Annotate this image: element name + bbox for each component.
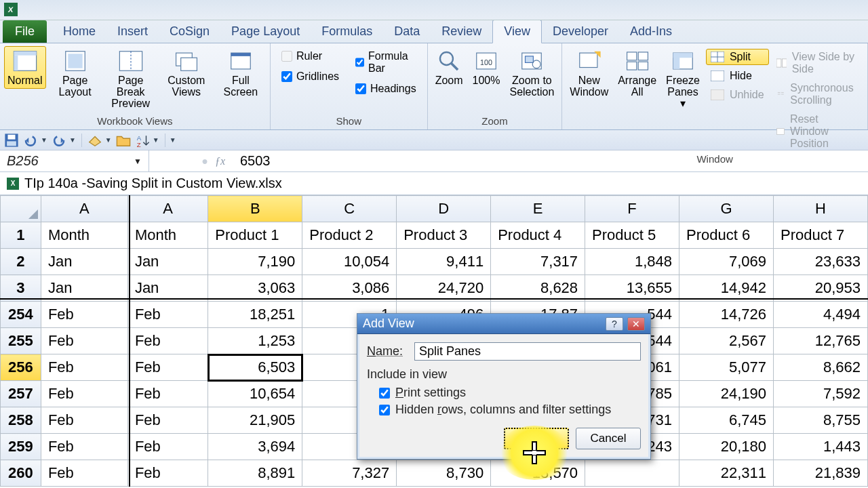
cell[interactable]: 7,069 xyxy=(679,249,774,275)
cell[interactable]: Product 7 xyxy=(774,222,868,249)
cell[interactable]: 2,567 xyxy=(679,328,774,354)
cell[interactable]: 21,839 xyxy=(774,460,868,487)
headings-checkbox[interactable]: Headings xyxy=(349,79,423,99)
chevron-down-icon[interactable]: ▼ xyxy=(134,157,142,166)
reset-pos-button[interactable]: Reset Window Position xyxy=(772,111,863,152)
cell[interactable]: 20,180 xyxy=(679,434,774,460)
page-layout-button[interactable]: Page Layout xyxy=(49,46,102,100)
hidden-rows-checkbox[interactable]: Hidden rows, columns and filter settings xyxy=(379,403,641,417)
print-settings-checkbox[interactable]: Print settings xyxy=(379,386,641,400)
cell[interactable]: Feb xyxy=(127,434,208,460)
cell[interactable]: Product 5 xyxy=(585,222,679,249)
ruler-checkbox[interactable]: Ruler xyxy=(275,46,346,66)
undo-icon[interactable] xyxy=(23,133,38,148)
cell[interactable]: 12,765 xyxy=(774,328,868,354)
column-header[interactable]: A xyxy=(127,196,208,222)
sync-scroll-button[interactable]: Synchronous Scrolling xyxy=(772,80,863,108)
file-tab[interactable]: File xyxy=(3,20,47,43)
cell[interactable]: 7,327 xyxy=(302,460,397,487)
qat-more-icon[interactable]: ▼ xyxy=(170,136,176,144)
cell[interactable]: Jan xyxy=(127,275,208,302)
cell[interactable]: Jan xyxy=(41,249,127,275)
page-break-button[interactable]: Page Break Preview xyxy=(104,46,157,111)
cell[interactable]: Product 3 xyxy=(397,222,491,249)
column-header[interactable]: E xyxy=(491,196,585,222)
row-header[interactable]: 2 xyxy=(1,249,41,275)
fx-icon[interactable]: ƒx xyxy=(215,155,225,167)
cell[interactable]: 3,063 xyxy=(208,275,302,302)
cell[interactable]: 20,953 xyxy=(774,275,868,302)
cell[interactable]: 8,755 xyxy=(774,407,868,434)
cell[interactable]: Product 1 xyxy=(208,222,302,249)
cancel-button[interactable]: Cancel xyxy=(576,428,641,449)
cell[interactable]: 18,251 xyxy=(208,302,302,328)
row-header[interactable]: 258 xyxy=(1,407,41,434)
tab-view[interactable]: View xyxy=(492,20,542,43)
column-header[interactable]: A xyxy=(41,196,127,222)
cell[interactable]: 8,662 xyxy=(774,354,868,381)
dialog-titlebar[interactable]: Add View ? ✕ xyxy=(357,314,650,334)
cell[interactable]: 22,311 xyxy=(679,460,774,487)
cell[interactable]: 10,054 xyxy=(302,249,397,275)
cell[interactable]: 14,942 xyxy=(679,275,774,302)
row-header[interactable]: 255 xyxy=(1,328,41,354)
clear-icon[interactable] xyxy=(87,133,102,148)
cell[interactable]: 5,077 xyxy=(679,354,774,381)
horizontal-split-bar[interactable] xyxy=(0,298,868,299)
cell[interactable]: Month xyxy=(127,222,208,249)
hide-button[interactable]: Hide xyxy=(706,68,769,84)
tab-data[interactable]: Data xyxy=(383,20,431,43)
save-icon[interactable] xyxy=(4,133,19,148)
view-name-input[interactable] xyxy=(414,342,641,361)
column-header[interactable]: F xyxy=(585,196,679,222)
cell[interactable]: 14,726 xyxy=(679,302,774,328)
cell[interactable]: 21,905 xyxy=(208,407,302,434)
column-header[interactable]: C xyxy=(302,196,397,222)
close-icon[interactable]: ✕ xyxy=(627,317,645,331)
normal-view-button[interactable]: Normal xyxy=(4,46,46,89)
cell[interactable]: 1,443 xyxy=(774,434,868,460)
tab-home[interactable]: Home xyxy=(52,20,106,43)
cell[interactable]: Month xyxy=(41,222,127,249)
sort-icon[interactable]: AZ xyxy=(135,133,150,148)
column-header[interactable]: D xyxy=(397,196,491,222)
cell[interactable]: Feb xyxy=(41,407,127,434)
name-box[interactable]: B256▼ xyxy=(0,150,149,171)
row-header[interactable]: 260 xyxy=(1,460,41,487)
cancel-formula-icon[interactable]: ● xyxy=(201,155,208,167)
vertical-split-bar[interactable] xyxy=(129,195,130,487)
tab-insert[interactable]: Insert xyxy=(106,20,159,43)
cell[interactable]: Feb xyxy=(127,381,208,407)
cell[interactable]: Feb xyxy=(41,460,127,487)
tab-addins[interactable]: Add-Ins xyxy=(619,20,683,43)
cell[interactable]: Product 2 xyxy=(302,222,397,249)
row-header[interactable]: 256 xyxy=(1,354,41,381)
column-header[interactable]: G xyxy=(679,196,774,222)
cell[interactable]: Feb xyxy=(41,381,127,407)
cell[interactable]: Feb xyxy=(127,354,208,381)
tab-developer[interactable]: Developer xyxy=(542,20,619,43)
cell[interactable]: 7,592 xyxy=(774,381,868,407)
tab-formulas[interactable]: Formulas xyxy=(311,20,383,43)
cell[interactable]: 7,317 xyxy=(491,249,585,275)
cell[interactable]: 8,891 xyxy=(208,460,302,487)
cell[interactable]: 3,694 xyxy=(208,434,302,460)
cell[interactable]: Feb xyxy=(41,354,127,381)
arrange-all-button[interactable]: Arrange All xyxy=(614,46,660,100)
new-window-button[interactable]: New Window xyxy=(566,46,612,100)
cell[interactable]: 7,190 xyxy=(208,249,302,275)
row-header[interactable]: 1 xyxy=(1,222,41,249)
cell[interactable]: 24,190 xyxy=(679,381,774,407)
cell[interactable]: Jan xyxy=(127,249,208,275)
cell[interactable]: Feb xyxy=(127,460,208,487)
formula-bar-checkbox[interactable]: Formula Bar xyxy=(349,46,423,79)
cell[interactable]: Product 6 xyxy=(679,222,774,249)
cell[interactable]: Product 4 xyxy=(491,222,585,249)
formula-input[interactable]: 6503 xyxy=(231,150,868,171)
row-header[interactable]: 259 xyxy=(1,434,41,460)
split-button[interactable]: Split xyxy=(706,49,769,65)
cell[interactable]: 4,494 xyxy=(774,302,868,328)
freeze-panes-button[interactable]: Freeze Panes ▾ xyxy=(663,46,703,111)
cell[interactable]: 8,730 xyxy=(397,460,491,487)
cell[interactable]: Feb xyxy=(41,434,127,460)
